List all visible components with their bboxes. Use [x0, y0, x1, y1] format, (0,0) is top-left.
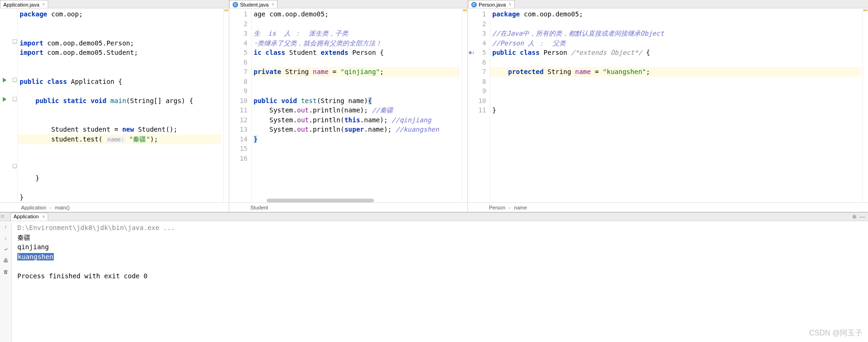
- fold-icon[interactable]: [13, 164, 17, 168]
- wrap-icon[interactable]: ⤶: [2, 245, 9, 253]
- warning-marker[interactable]: [863, 9, 868, 11]
- code-content[interactable]: age com.oop.demo05; 生 is 人 ： 派生类，子类 ·类继承…: [252, 8, 462, 202]
- console-line: Process finished with exit code 0: [17, 271, 862, 281]
- gear-icon[interactable]: ✻: [852, 214, 857, 220]
- console-line: qinjiang: [17, 242, 862, 252]
- gutter[interactable]: 1 2 3 4 ◉↓5 6 7 8 9 10 11: [468, 8, 490, 202]
- breadcrumb-item[interactable]: name: [514, 205, 529, 210]
- run-label: n:: [1, 214, 5, 219]
- line-no: 9: [468, 86, 486, 96]
- line-no: 15: [229, 144, 248, 154]
- console-line: [17, 261, 862, 271]
- fold-icon[interactable]: [13, 39, 17, 44]
- watermark: CSDN @阿玉子: [809, 328, 862, 338]
- console-line: D:\Environment\jdk8\jdk\bin\java.exe ...: [17, 223, 862, 233]
- run-icon[interactable]: [3, 97, 7, 102]
- print-icon[interactable]: 🖶: [2, 257, 9, 264]
- fold-icon[interactable]: [13, 97, 17, 101]
- line-no: 4: [468, 38, 486, 48]
- breadcrumb[interactable]: Application main(): [0, 202, 229, 212]
- line-no: 1: [229, 9, 248, 19]
- line-no: 7: [468, 67, 486, 77]
- console-body: ↑ ↓ ⤶ 🖶 🗑 D:\Environment\jdk8\jdk\bin\ja…: [0, 221, 868, 342]
- close-icon[interactable]: ×: [41, 2, 46, 7]
- line-no: 8: [468, 77, 486, 87]
- tab-label: Person.java: [479, 2, 506, 7]
- gutter[interactable]: [0, 8, 18, 202]
- console-toolbar-right: ✻ —: [852, 214, 865, 220]
- line-no: ◉↓5: [468, 48, 486, 58]
- line-no: 1: [468, 9, 486, 19]
- code-content[interactable]: package com.oop; import com.oop.demo05.P…: [18, 8, 223, 202]
- minimize-icon[interactable]: —: [860, 214, 865, 220]
- line-no: 3: [468, 29, 486, 38]
- editor-split: Application.java × package com.oop; impo…: [0, 0, 868, 212]
- override-icon[interactable]: ◉↓: [469, 48, 474, 58]
- line-no: 10: [468, 96, 486, 106]
- scrollbar-horizontal[interactable]: [267, 198, 462, 203]
- line-no: 9: [229, 86, 248, 96]
- editor-pane-student: C Student.java × 1 2 3 4 5 6 7 8 9 10 11…: [229, 0, 468, 212]
- editor-pane-application: Application.java × package com.oop; impo…: [0, 0, 229, 212]
- breadcrumb-item[interactable]: Student: [250, 205, 270, 210]
- console-toolbar: ↑ ↓ ⤶ 🖶 🗑: [0, 221, 12, 342]
- class-icon: C: [233, 2, 238, 7]
- class-icon: C: [471, 2, 477, 7]
- code-area: 1 2 3 4 5 6 7 8 9 10 11 12 13 14 15 16 a…: [229, 8, 467, 202]
- code-content[interactable]: package com.oop.demo05; //在Java中，所有的类，都默…: [490, 8, 862, 202]
- line-no: 5: [229, 48, 248, 58]
- line-no: 2: [229, 19, 248, 29]
- console-line: kuangshen: [17, 252, 862, 262]
- run-icon[interactable]: [3, 78, 7, 82]
- tab-label: Student.java: [240, 2, 269, 7]
- tab-person[interactable]: C Person.java ×: [468, 0, 515, 8]
- tab-bar: C Person.java ×: [468, 0, 868, 8]
- close-icon[interactable]: ×: [508, 2, 512, 7]
- breadcrumb[interactable]: Student: [229, 202, 467, 212]
- line-no: 2: [468, 19, 486, 29]
- line-no: 6: [229, 58, 248, 67]
- tab-bar: C Student.java ×: [229, 0, 467, 8]
- run-tool-window: n: Application × ✻ — ↑ ↓ ⤶ 🖶 🗑 D:\Enviro…: [0, 212, 868, 342]
- line-no: 7: [229, 67, 248, 77]
- fold-icon[interactable]: [13, 78, 17, 82]
- breadcrumb[interactable]: Person name: [468, 202, 868, 212]
- marker-bar[interactable]: [223, 8, 229, 202]
- line-no: 16: [229, 154, 248, 164]
- warning-marker[interactable]: [224, 9, 228, 11]
- down-icon[interactable]: ↓: [2, 234, 9, 242]
- console-tab-label: Application: [14, 214, 39, 219]
- close-icon[interactable]: ×: [42, 214, 45, 219]
- line-no: 13: [229, 125, 248, 134]
- line-no: 4: [229, 38, 248, 48]
- breadcrumb-item[interactable]: main(): [55, 205, 72, 210]
- console-line: 秦疆: [17, 233, 862, 243]
- warning-marker[interactable]: [463, 9, 467, 11]
- trash-icon[interactable]: 🗑: [2, 268, 9, 275]
- console-tab-bar: n: Application × ✻ —: [0, 213, 868, 221]
- code-area: package com.oop; import com.oop.demo05.P…: [0, 8, 229, 202]
- line-no: 8: [229, 77, 248, 87]
- tab-label: Application.java: [3, 2, 39, 7]
- line-no: 6: [468, 58, 486, 67]
- marker-bar[interactable]: [862, 8, 868, 202]
- code-area: 1 2 3 4 ◉↓5 6 7 8 9 10 11 package com.oo…: [468, 8, 868, 202]
- tab-application[interactable]: Application.java ×: [0, 0, 48, 8]
- up-icon[interactable]: ↑: [2, 223, 9, 230]
- close-icon[interactable]: ×: [270, 2, 275, 7]
- line-no: 10: [229, 96, 248, 106]
- editor-pane-person: C Person.java × 1 2 3 4 ◉↓5 6 7 8 9 10 1…: [468, 0, 868, 212]
- breadcrumb-item[interactable]: Application: [21, 205, 51, 210]
- line-no: 12: [229, 115, 248, 125]
- tab-student[interactable]: C Student.java ×: [229, 0, 277, 8]
- gutter[interactable]: 1 2 3 4 5 6 7 8 9 10 11 12 13 14 15 16: [229, 8, 252, 202]
- marker-bar[interactable]: [462, 8, 467, 202]
- selected-text: kuangshen: [17, 253, 54, 260]
- tab-bar: Application.java ×: [0, 0, 229, 8]
- line-no: 11: [229, 105, 248, 115]
- line-no: 14: [229, 134, 248, 144]
- line-no: 11: [468, 105, 486, 115]
- console-output[interactable]: D:\Environment\jdk8\jdk\bin\java.exe ...…: [12, 221, 868, 342]
- breadcrumb-item[interactable]: Person: [489, 205, 511, 210]
- console-tab[interactable]: Application ×: [10, 213, 48, 221]
